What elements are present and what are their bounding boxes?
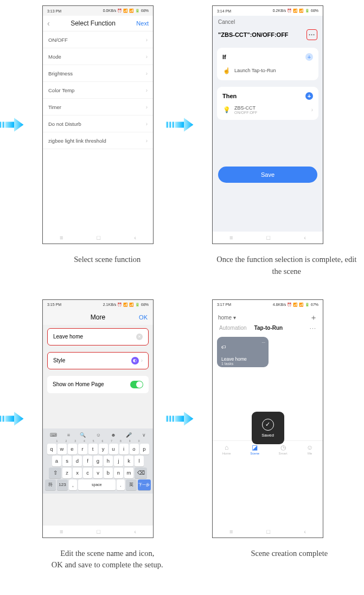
task-row[interactable]: 💡 ZBS-CCTON/OFF:OFF › (222, 105, 313, 114)
key[interactable]: j (114, 456, 123, 466)
tab-smart[interactable]: ◷Smart (279, 444, 288, 455)
kbd-tool-icon[interactable]: 🎤 (126, 432, 132, 438)
nav-back-icon[interactable]: ‹ (134, 528, 136, 535)
screen-scene-saved: 3:17 PM 4.8KB/s ⏰ 📶 📶 🔋 67% home ▾ ＋ Aut… (212, 299, 323, 538)
android-navbar: ≡□‹ (43, 232, 153, 244)
svg-rect-12 (2, 415, 4, 421)
nav-home-icon[interactable]: □ (267, 234, 271, 241)
nav-menu-icon[interactable]: ≡ (60, 234, 63, 241)
nav-home-icon[interactable]: □ (97, 528, 101, 535)
status-bar: 3:17 PM 4.8KB/s ⏰ 📶 📶 🔋 67% (213, 300, 323, 310)
key[interactable]: n (114, 468, 123, 478)
tab-me[interactable]: ☺Me (306, 444, 313, 455)
key[interactable]: s (62, 456, 72, 466)
scene-card[interactable]: 🏷 ··· Leave home 1 tasks (217, 337, 269, 367)
status-right: 2.1KB/s ⏰ 📶 📶 🔋 68% (103, 303, 149, 307)
svg-rect-17 (172, 415, 174, 421)
style-row[interactable]: Style ◐› (47, 352, 149, 369)
add-button[interactable]: ＋ (310, 313, 317, 323)
next-button[interactable]: Next (136, 20, 149, 27)
page-title: Select Function (71, 20, 116, 27)
svg-rect-2 (2, 122, 4, 128)
svg-rect-1 (0, 122, 1, 128)
key[interactable]: m (124, 468, 133, 478)
add-condition-button[interactable]: + (305, 53, 313, 61)
function-item[interactable]: zigbee light link threshold› (43, 132, 153, 149)
period-key[interactable]: . (117, 479, 125, 490)
language-key[interactable]: 英 (126, 479, 137, 490)
key[interactable]: h (104, 456, 113, 466)
key[interactable]: r (78, 444, 87, 455)
key[interactable]: k (124, 456, 133, 466)
function-item[interactable]: ON/OFF› (43, 31, 153, 48)
key[interactable]: c (83, 468, 92, 478)
key[interactable]: a (52, 456, 61, 466)
key[interactable]: i (119, 444, 129, 455)
backspace-key[interactable]: ⌫ (135, 468, 147, 478)
nav-home-icon[interactable]: □ (97, 234, 101, 241)
key[interactable]: q (47, 444, 56, 455)
function-item[interactable]: Brightness› (43, 65, 153, 82)
svg-rect-7 (172, 122, 174, 128)
key[interactable]: y (99, 444, 108, 455)
kbd-tool-icon[interactable]: 🔍 (80, 432, 86, 438)
tab-more-icon[interactable]: ··· (310, 325, 316, 331)
condition-row[interactable]: ☝Launch Tap-to-Run (222, 66, 313, 75)
kbd-tool-icon[interactable]: ⌨ (50, 432, 57, 438)
key[interactable]: z (62, 468, 72, 478)
kbd-tool-icon[interactable]: ☻ (111, 432, 116, 438)
key[interactable]: b (104, 468, 113, 478)
key[interactable]: u (109, 444, 118, 455)
key[interactable]: e (68, 444, 77, 455)
function-item[interactable]: Color Temp› (43, 82, 153, 99)
enter-key[interactable]: 下一步 (138, 479, 151, 490)
key[interactable]: p (140, 444, 149, 455)
shift-key[interactable]: ⇧ (49, 468, 61, 478)
key[interactable]: w (58, 444, 67, 455)
svg-rect-15 (166, 415, 168, 421)
scene-name-input[interactable]: Leave home ✕ (47, 328, 149, 346)
cancel-button[interactable]: Cancel (213, 16, 323, 25)
nav-home-icon[interactable]: □ (267, 528, 271, 535)
ok-button[interactable]: OK (139, 314, 148, 321)
caption-3-line2: OK and save to complete the setup. (31, 559, 183, 571)
clear-icon[interactable]: ✕ (136, 334, 143, 340)
nav-back-icon[interactable]: ‹ (134, 234, 136, 241)
home-dropdown[interactable]: home ▾ (218, 315, 236, 321)
symbol-key[interactable]: 符 (45, 479, 56, 490)
key[interactable]: d (73, 456, 82, 466)
kbd-tool-icon[interactable]: ∨ (142, 432, 146, 438)
more-options-button[interactable]: ··· (306, 29, 317, 40)
nav-back-icon[interactable]: ‹ (304, 528, 306, 535)
key[interactable]: f (83, 456, 92, 466)
add-task-button[interactable]: + (305, 92, 313, 100)
function-item[interactable]: Timer› (43, 99, 153, 116)
screen-edit-scene: 3:14 PM 0.2KB/s ⏰ 📶 📶 🔋 68% Cancel "ZBS-… (212, 5, 323, 244)
kbd-tool-icon[interactable]: ≡ (67, 432, 70, 438)
save-button[interactable]: Save (218, 167, 317, 183)
nav-back-icon[interactable]: ‹ (304, 234, 306, 241)
back-button[interactable]: ‹ (47, 19, 50, 28)
space-key[interactable]: space (78, 479, 116, 490)
tab-home[interactable]: ⌂Home (222, 444, 231, 455)
function-item[interactable]: Do not Disturb› (43, 116, 153, 132)
key[interactable]: l (135, 456, 144, 466)
key[interactable]: o (130, 444, 139, 455)
key[interactable]: t (88, 444, 98, 455)
nav-menu-icon[interactable]: ≡ (60, 528, 63, 535)
key[interactable]: x (73, 468, 82, 478)
key[interactable]: v (93, 468, 103, 478)
nav-menu-icon[interactable]: ≡ (229, 528, 233, 535)
kbd-tool-icon[interactable]: ☺ (96, 432, 101, 438)
tab-automation[interactable]: Automation (219, 325, 247, 331)
comma-key[interactable]: , (69, 479, 77, 490)
numeric-key[interactable]: 123 (57, 479, 68, 490)
key[interactable]: g (93, 456, 103, 466)
scene-more-icon[interactable]: ··· (261, 340, 265, 345)
function-item[interactable]: Mode› (43, 48, 153, 65)
tab-scene[interactable]: ◪Scene (250, 444, 259, 455)
show-home-toggle[interactable] (130, 381, 143, 388)
nav-menu-icon[interactable]: ≡ (229, 234, 233, 241)
tab-taptorun[interactable]: Tap-to-Run (254, 325, 283, 331)
caption-2: Once the function selection is complete,… (216, 254, 357, 278)
